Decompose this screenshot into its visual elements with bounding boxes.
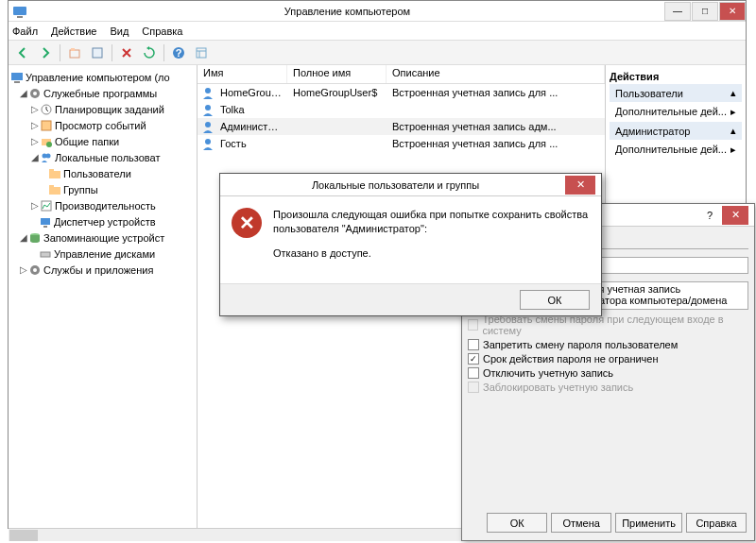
collapse-icon[interactable]: ◢: [29, 152, 40, 162]
col-name[interactable]: Имя: [198, 65, 287, 83]
action-more-2[interactable]: Дополнительные дей...▸: [610, 142, 742, 158]
menu-action[interactable]: Действие: [51, 25, 96, 37]
apply-button[interactable]: Применить: [615, 513, 682, 533]
forward-button[interactable]: [35, 42, 56, 63]
tree-groups[interactable]: Группы: [10, 181, 195, 197]
svg-rect-21: [49, 169, 54, 172]
svg-rect-3: [71, 48, 75, 51]
folder-share-icon: [40, 135, 53, 148]
user-row[interactable]: Tolka: [198, 101, 605, 118]
tree-storage[interactable]: ◢Запоминающие устройст: [10, 229, 195, 246]
menu-help[interactable]: Справка: [142, 25, 182, 37]
tree-performance[interactable]: ▷Производительность: [10, 197, 195, 213]
maximize-button[interactable]: □: [692, 2, 718, 21]
ok-button[interactable]: ОК: [520, 290, 590, 310]
tree-services-tools[interactable]: ◢Служебные программы: [10, 85, 195, 101]
svg-rect-23: [49, 185, 54, 188]
svg-point-19: [46, 153, 51, 158]
svg-point-36: [205, 139, 211, 144]
cancel-button[interactable]: Отмена: [551, 513, 611, 533]
svg-rect-15: [42, 121, 51, 130]
svg-rect-0: [13, 7, 26, 15]
error-message: Произошла следующая ошибка при попытке с…: [273, 208, 590, 261]
actions-admin-header[interactable]: Администратор▴: [610, 122, 742, 140]
clock-icon: [40, 103, 53, 116]
cell-desc: Встроенная учетная запись адм...: [387, 121, 605, 132]
expand-icon[interactable]: ▷: [29, 120, 40, 130]
svg-point-35: [205, 122, 211, 127]
ok-button[interactable]: ОК: [487, 513, 547, 533]
svg-point-33: [205, 88, 211, 93]
chevron-up-icon: ▴: [730, 125, 736, 137]
checkbox-icon[interactable]: ✓: [468, 353, 479, 365]
window-title: Управление компьютером: [31, 6, 663, 17]
toolbar: ?: [9, 41, 746, 65]
tree-task-scheduler[interactable]: ▷Планировщик заданий: [10, 101, 195, 117]
checkbox-icon[interactable]: [468, 339, 479, 350]
checkbox-icon[interactable]: [468, 367, 479, 379]
col-desc[interactable]: Описание: [387, 65, 605, 83]
svg-point-17: [46, 142, 52, 147]
svg-rect-11: [14, 81, 20, 83]
svg-rect-10: [11, 73, 23, 80]
chk-pwd-never-expires[interactable]: ✓Срок действия пароля не ограничен: [468, 353, 748, 365]
svg-point-29: [30, 239, 40, 243]
user-row[interactable]: HomeGroup...HomeGroupUser$Встроенная уче…: [198, 84, 605, 101]
menubar: Файл Действие Вид Справка: [9, 22, 746, 41]
help-button[interactable]: ?: [701, 210, 718, 221]
chk-disallow-pwd-change[interactable]: Запретить смену пароля пользователем: [468, 339, 748, 350]
svg-rect-26: [43, 226, 47, 228]
chk-disable-account[interactable]: Отключить учетную запись: [468, 367, 748, 379]
close-button[interactable]: ✕: [719, 2, 746, 21]
expand-icon[interactable]: ▷: [29, 200, 40, 211]
tree-pane[interactable]: Управление компьютером (ло ◢Служебные пр…: [9, 65, 198, 528]
tree-event-viewer[interactable]: ▷Просмотр событий: [10, 117, 195, 133]
chevron-right-icon: ▸: [730, 106, 736, 118]
disk-icon: [39, 247, 52, 261]
menu-file[interactable]: Файл: [12, 25, 38, 37]
chk-require-pwd-change: Требовать смены пароля при следующем вхо…: [468, 314, 748, 336]
error-titlebar: Локальные пользователи и группы ✕: [220, 174, 601, 196]
folder-icon: [48, 183, 61, 196]
expand-icon[interactable]: ▷: [18, 264, 28, 275]
col-fullname[interactable]: Полное имя: [287, 65, 387, 83]
tree-services-apps[interactable]: ▷Службы и приложения: [10, 262, 195, 278]
cell-desc: Встроенная учетная запись для ...: [387, 87, 605, 98]
view-button[interactable]: [191, 42, 212, 63]
help-button[interactable]: Справка: [686, 513, 747, 533]
minimize-button[interactable]: —: [664, 2, 691, 21]
users-icon: [40, 151, 53, 164]
user-row[interactable]: ГостьВстроенная учетная запись для ...: [198, 135, 605, 152]
user-row[interactable]: Администр...Встроенная учетная запись ад…: [198, 118, 605, 135]
svg-point-13: [33, 92, 37, 95]
actions-users-header[interactable]: Пользователи▴: [610, 84, 742, 102]
action-more[interactable]: Дополнительные дей...▸: [610, 104, 742, 120]
error-dialog: Локальные пользователи и группы ✕ ✕ Прои…: [219, 173, 602, 316]
menu-view[interactable]: Вид: [110, 25, 129, 37]
actions-heading: Действия: [610, 71, 742, 82]
app-icon: [12, 4, 27, 19]
tree-device-manager[interactable]: Диспетчер устройств: [10, 213, 195, 229]
collapse-icon[interactable]: ◢: [18, 88, 28, 98]
cell-name: HomeGroup...: [215, 87, 287, 98]
cell-name: Администр...: [215, 121, 287, 132]
services-icon: [28, 263, 42, 277]
tree-disk-mgmt[interactable]: Управление дисками: [10, 246, 195, 262]
tree-root[interactable]: Управление компьютером (ло: [10, 69, 195, 85]
delete-button[interactable]: [116, 42, 137, 63]
expand-icon[interactable]: ▷: [29, 136, 40, 146]
close-button[interactable]: ✕: [722, 206, 748, 225]
tree-local-users[interactable]: ◢Локальные пользоват: [10, 149, 195, 165]
back-button[interactable]: [12, 42, 33, 63]
svg-rect-1: [17, 16, 23, 18]
refresh-button[interactable]: [139, 42, 160, 63]
tree-users[interactable]: Пользователи: [10, 165, 195, 181]
tree-shared-folders[interactable]: ▷Общие папки: [10, 133, 195, 149]
up-button[interactable]: [64, 42, 85, 63]
collapse-icon[interactable]: ◢: [18, 232, 28, 243]
properties-button[interactable]: [87, 42, 108, 63]
close-button[interactable]: ✕: [565, 176, 595, 195]
expand-icon[interactable]: ▷: [29, 104, 40, 114]
help-button[interactable]: ?: [168, 42, 189, 63]
user-icon: [201, 120, 215, 133]
